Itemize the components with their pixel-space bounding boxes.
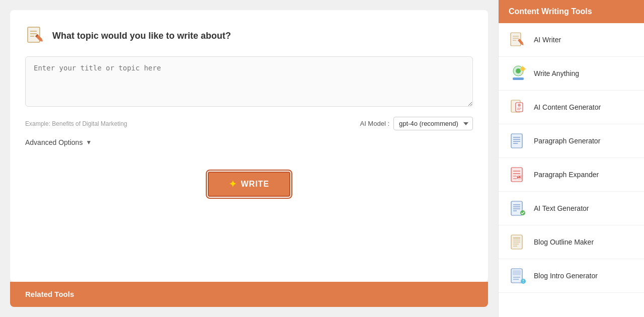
sidebar-item-label-write-anything: Write Anything — [534, 69, 579, 77]
advanced-options-toggle[interactable]: Advanced Options ▼ — [25, 138, 473, 146]
sidebar-item-blog-outline[interactable]: Blog Outline Maker — [499, 225, 644, 259]
related-tools-bar: Related Tools — [10, 282, 488, 307]
sidebar-item-paragraph-exp[interactable]: Paragraph Expander — [499, 158, 644, 192]
chevron-down-icon: ▼ — [86, 139, 92, 146]
svg-point-23 — [518, 104, 521, 107]
blog-outline-icon — [509, 232, 528, 252]
blog-intro-icon — [509, 266, 528, 285]
advanced-options-label: Advanced Options — [25, 138, 83, 146]
sidebar-header: Content Writing Tools — [499, 0, 644, 23]
main-area: What topic would you like to write about… — [0, 0, 498, 317]
main-card: What topic would you like to write about… — [10, 10, 488, 282]
sidebar-item-ai-content[interactable]: AI Content Generator — [499, 91, 644, 124]
card-body: Example: Benefits of Digital Marketing A… — [25, 56, 473, 197]
sidebar-item-blog-intro[interactable]: Blog Intro Generator — [499, 259, 644, 293]
sidebar-item-label-ai-writer: AI Writer — [534, 36, 561, 44]
card-header: What topic would you like to write about… — [25, 25, 473, 46]
write-anything-icon — [509, 64, 528, 83]
sidebar: Content Writing Tools AI Writer — [498, 0, 644, 317]
sidebar-item-label-blog-outline: Blog Outline Maker — [534, 238, 594, 246]
sidebar-item-label-ai-content: AI Content Generator — [534, 103, 601, 111]
topic-icon — [25, 25, 46, 46]
card-title: What topic would you like to write about… — [52, 31, 231, 41]
ai-model-select[interactable]: gpt-4o (recommend) — [393, 117, 473, 130]
sidebar-item-paragraph-gen[interactable]: Paragraph Generator — [499, 124, 644, 158]
main-wrapper: What topic would you like to write about… — [10, 10, 488, 307]
related-tools-label: Related Tools — [25, 290, 74, 298]
sidebar-item-label-ai-text: AI Text Generator — [534, 204, 589, 212]
sparkle-icon: ✦ — [229, 179, 237, 190]
sidebar-item-ai-writer[interactable]: AI Writer — [499, 23, 644, 57]
svg-point-55 — [523, 282, 524, 283]
svg-point-16 — [521, 67, 525, 71]
topic-input[interactable] — [25, 56, 473, 107]
svg-point-53 — [521, 279, 526, 284]
write-button[interactable]: ✦ WRITE — [208, 172, 291, 197]
ai-model-label: AI Model : — [360, 120, 389, 127]
svg-rect-31 — [511, 168, 522, 182]
paragraph-gen-icon — [509, 131, 528, 150]
svg-rect-50 — [513, 270, 521, 275]
paragraph-exp-icon — [509, 165, 528, 184]
sidebar-item-label-paragraph-gen: Paragraph Generator — [534, 137, 600, 145]
sidebar-item-ai-text[interactable]: AI Text Generator — [499, 192, 644, 225]
model-row: AI Model : gpt-4o (recommend) — [360, 117, 473, 130]
sidebar-item-label-blog-intro: Blog Intro Generator — [534, 272, 598, 280]
example-text: Example: Benefits of Digital Marketing — [25, 120, 127, 127]
ai-content-icon — [509, 98, 528, 117]
ai-text-icon — [509, 199, 528, 218]
sidebar-item-write-anything[interactable]: Write Anything — [499, 57, 644, 91]
sidebar-item-label-paragraph-exp: Paragraph Expander — [534, 171, 599, 179]
write-button-label: WRITE — [241, 180, 270, 189]
ai-writer-icon — [509, 30, 528, 49]
svg-rect-15 — [513, 77, 524, 80]
svg-rect-26 — [511, 134, 522, 148]
write-button-container: ✦ WRITE — [25, 172, 473, 197]
